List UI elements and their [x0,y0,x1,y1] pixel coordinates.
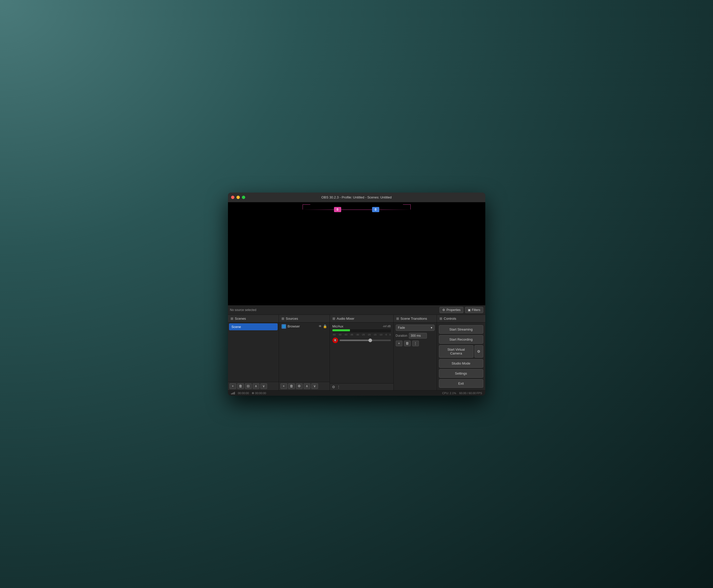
scenes-panel: ⊞ Scenes Scene + 🗑 ⊟ ∧ ∨ [228,315,279,390]
controls-panel: ⊞ Controls Start Streaming Start Recordi… [437,315,485,390]
stream-time-item: 00:00:00 [238,392,249,395]
scenes-header-icon: ⊞ [231,317,233,320]
rec-time: 00:00:00 [255,392,266,395]
sources-add-button[interactable]: + [280,383,287,389]
transitions-toolbar: + 🗑 ⋮ [396,341,435,346]
meter-labels: -60 -50 -40 -35 -30 -25 -20 -15 -10 -5 0 [332,333,391,336]
maximize-button[interactable] [242,196,245,199]
scenes-toolbar: + 🗑 ⊟ ∧ ∨ [228,382,279,390]
stream-time: 00:00:00 [238,392,249,395]
overlay-badge-1: 0 [334,207,341,212]
eye-icon[interactable]: 👁 [319,324,322,328]
close-button[interactable] [231,196,234,199]
audio-title: Audio Mixer [337,317,354,320]
scenes-add-button[interactable]: + [230,383,236,389]
start-recording-button[interactable]: Start Recording [439,335,483,344]
chevron-down-icon: ▾ [431,326,432,330]
bar-4 [234,392,235,394]
sources-content: 🌐 Browser 👁 🔒 [279,322,330,382]
transition-type-select[interactable]: Fade ▾ [396,324,435,331]
source-visibility-controls: 👁 🔒 [319,324,327,328]
scene-item-scene[interactable]: Scene [229,323,278,330]
obs-window: OBS 30.2.3 - Profile: Untitled - Scenes:… [228,193,485,396]
audio-panel: ⊞ Audio Mixer Mic/Aux -inf dB -60 -50 -4… [330,315,394,390]
volume-slider[interactable] [340,340,391,341]
rec-time-item: 00:00:00 [252,392,266,395]
channel-name: Mic/Aux [332,324,344,328]
start-virtual-camera-button[interactable]: Start Virtual Camera [439,345,473,358]
controls-header: ⊞ Controls [437,315,485,322]
no-source-label: No source selected [230,308,438,312]
controls-title: Controls [444,317,456,320]
filter-icon: ▣ [468,308,471,312]
audio-settings-button[interactable]: ⚙ [332,385,335,389]
transitions-header: ⊞ Scene Transitions [394,315,437,322]
sources-title: Sources [286,317,298,320]
scenes-remove-button[interactable]: 🗑 [237,383,244,389]
scenes-up-button[interactable]: ∧ [253,383,259,389]
filters-button[interactable]: ▣ Filters [465,307,483,313]
volume-thumb[interactable] [368,338,372,342]
duration-label: Duration [396,334,407,337]
lock-icon[interactable]: 🔒 [323,324,327,328]
sources-header-icon: ⊞ [281,317,284,320]
sources-up-button[interactable]: ∧ [304,383,310,389]
gear-icon: ⚙ [442,308,445,312]
studio-mode-button[interactable]: Studio Mode [439,359,483,368]
fps-label: 60.00 / 60.00 FPS [459,392,482,395]
volume-row: 🔇 [332,337,391,343]
source-toolbar: No source selected ⚙ Properties ▣ Filter… [228,305,485,315]
source-label: Browser [288,324,300,328]
controls-content: Start Streaming Start Recording Start Vi… [437,322,485,390]
preview-overlay: 0 0 [228,202,485,305]
mute-button[interactable]: 🔇 [332,337,338,343]
bar-1 [231,393,232,394]
scenes-title: Scenes [235,317,246,320]
source-item-browser[interactable]: 🌐 Browser 👁 🔒 [279,322,330,330]
audio-header: ⊞ Audio Mixer [330,315,393,322]
sources-remove-button[interactable]: 🗑 [288,383,295,389]
corner-tl [303,204,310,210]
duration-input[interactable]: 300 ms [409,333,427,338]
settings-button[interactable]: Settings [439,369,483,378]
audio-bottom-toolbar: ⚙ ⋮ [330,383,393,390]
scenes-down-button[interactable]: ∨ [260,383,267,389]
properties-button[interactable]: ⚙ Properties [439,307,463,313]
minimize-button[interactable] [236,196,240,199]
scenes-content: Scene [228,322,279,382]
sources-config-button[interactable]: ⚙ [296,383,303,389]
audio-channel-mic: Mic/Aux -inf dB -60 -50 -40 -35 -30 -25 … [330,322,393,345]
sources-toolbar: + 🗑 ⚙ ∧ ∨ [279,382,330,390]
bar-2 [232,393,233,394]
signal-bars-icon [231,392,235,394]
start-streaming-button[interactable]: Start Streaming [439,325,483,334]
controls-header-icon: ⊞ [439,317,442,320]
audio-header-icon: ⊞ [332,317,335,320]
audio-content: Mic/Aux -inf dB -60 -50 -40 -35 -30 -25 … [330,322,393,383]
rec-dot [252,392,254,394]
overlay-graphic: 0 0 [303,204,411,215]
duration-row: Duration 300 ms [396,333,435,338]
titlebar: OBS 30.2.3 - Profile: Untitled - Scenes:… [228,193,485,202]
sources-header: ⊞ Sources [279,315,330,322]
overlay-badge-2: 0 [372,207,379,212]
transitions-title: Scene Transitions [401,317,427,320]
exit-button[interactable]: Exit [439,379,483,388]
transition-add-button[interactable]: + [396,341,403,346]
corner-tr [403,204,411,210]
bar-3 [233,392,234,394]
transitions-content: Fade ▾ Duration 300 ms + 🗑 ⋮ [394,322,437,348]
meter-bar [332,329,350,331]
scenes-config-button[interactable]: ⊟ [245,383,252,389]
transitions-header-icon: ⊞ [396,317,399,320]
transition-remove-button[interactable]: 🗑 [404,341,411,346]
channel-db: -inf dB [383,324,391,328]
browser-source-icon: 🌐 [281,324,286,329]
window-title: OBS 30.2.3 - Profile: Untitled - Scenes:… [321,195,392,199]
transition-more-button[interactable]: ⋮ [412,341,419,346]
preview-canvas: 0 0 [228,202,485,305]
virtual-camera-settings-button[interactable]: ⚙ [474,345,483,358]
virtual-cam-gear-icon: ⚙ [477,349,480,354]
audio-more-button[interactable]: ⋮ [337,385,340,389]
sources-down-button[interactable]: ∨ [311,383,318,389]
